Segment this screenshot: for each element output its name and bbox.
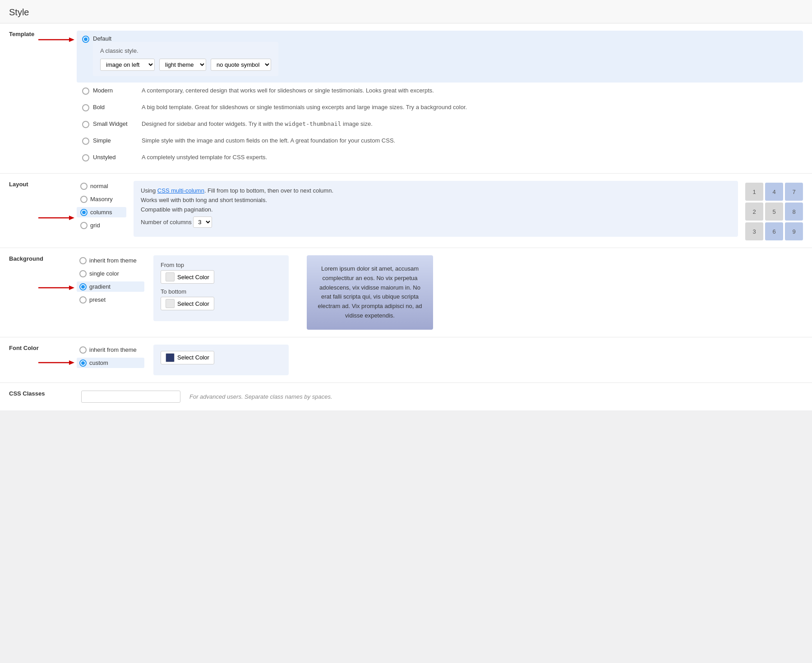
layout-columns-desc3: Compatible with pagination. (141, 206, 731, 213)
template-option-small-widget[interactable]: Small Widget Designed for sidebar and fo… (77, 116, 803, 133)
to-bottom-select-label: Select Color (177, 300, 209, 307)
layout-content: normal Masonry columns grid Using CSS mu… (77, 181, 803, 240)
bg-preview-box: Lorem ipsum dolor sit amet, accusam comp… (307, 255, 433, 330)
grid-cell-9: 9 (785, 222, 803, 240)
quote-select[interactable]: no quote symbol quote marks large quote (211, 59, 271, 71)
font-color-content: inherit from theme custom Select Color (77, 345, 803, 375)
template-small-widget-desc: Designed for sidebar and footer widgets.… (142, 120, 798, 127)
template-bold-label: Bold (93, 104, 138, 110)
template-default-panel: A classic style. image on left image on … (93, 42, 278, 76)
font-color-section: Font Color inherit from theme custom (0, 337, 812, 383)
image-position-select[interactable]: image on left image on right no image (100, 59, 155, 71)
css-classes-hint: For advanced users. Separate class names… (189, 393, 332, 400)
bg-preview-area: Lorem ipsum dolor sit amet, accusam comp… (307, 255, 803, 330)
grid-cell-2: 2 (745, 203, 763, 221)
bg-options-list: inherit from theme single color gradient… (77, 255, 144, 305)
layout-option-grid[interactable]: grid (77, 220, 126, 230)
font-color-row: Select Color (161, 351, 281, 364)
layout-section-header: Layout (9, 181, 72, 194)
template-simple-label: Simple (93, 137, 138, 144)
grid-cell-7: 7 (785, 183, 803, 201)
layout-columns-desc1: Using CSS multi-column. Fill from top to… (141, 187, 731, 194)
to-bottom-color-row: Select Color (161, 297, 281, 310)
font-option-inherit[interactable]: inherit from theme (77, 345, 144, 355)
font-color-button[interactable]: Select Color (161, 351, 214, 364)
layout-columns-desc2: Works well with both long and short test… (141, 197, 731, 203)
columns-count-select[interactable]: 1 2 3 4 5 6 (193, 216, 212, 228)
radio-simple[interactable] (82, 138, 89, 145)
bg-single-label: single color (89, 270, 119, 277)
svg-marker-7 (69, 360, 74, 365)
template-option-simple[interactable]: Simple Simple style with the image and c… (77, 133, 803, 149)
layout-normal-label: normal (90, 183, 108, 189)
to-bottom-color-button[interactable]: Select Color (161, 297, 214, 310)
radio-default[interactable] (82, 36, 89, 43)
radio-bg-single[interactable] (79, 270, 87, 277)
grid-cell-6: 6 (765, 222, 783, 240)
to-bottom-swatch (166, 299, 175, 308)
page-title: Style (0, 0, 812, 23)
bg-gradient-controls: From top Select Color To bottom Select C… (153, 255, 289, 321)
template-option-bold[interactable]: Bold A big bold template. Great for slid… (77, 99, 803, 116)
radio-normal[interactable] (80, 183, 88, 190)
grid-cell-8: 8 (785, 203, 803, 221)
template-option-unstyled[interactable]: Unstyled A completely unstyled template … (77, 149, 803, 166)
template-controls: image on left image on right no image li… (100, 59, 271, 71)
from-top-swatch (166, 272, 175, 281)
font-custom-label: custom (89, 359, 108, 366)
layout-section-label: Layout (9, 181, 72, 188)
font-color-section-label: Font Color (9, 345, 72, 351)
from-top-select-label: Select Color (177, 274, 209, 281)
template-modern-label: Modern (93, 87, 138, 94)
radio-bold[interactable] (82, 104, 89, 111)
template-unstyled-label: Unstyled (93, 154, 138, 161)
template-default-label: Default (93, 35, 138, 42)
layout-option-normal[interactable]: normal (77, 181, 126, 191)
bg-gradient-label: gradient (89, 283, 111, 290)
template-bold-desc: A big bold template. Great for slideshow… (142, 104, 798, 110)
radio-bg-gradient[interactable] (79, 283, 87, 290)
radio-masonry[interactable] (80, 196, 88, 203)
theme-select[interactable]: light theme dark theme (159, 59, 206, 71)
font-select-color-label: Select Color (177, 354, 209, 361)
template-option-default[interactable]: Default A classic style. image on left i… (77, 31, 803, 83)
layout-options-list: normal Masonry columns grid (77, 181, 126, 230)
svg-marker-3 (69, 216, 74, 220)
bg-option-single[interactable]: single color (77, 268, 144, 279)
layout-option-masonry[interactable]: Masonry (77, 194, 126, 204)
background-section-label: Background (9, 255, 72, 262)
background-content: inherit from theme single color gradient… (77, 255, 803, 330)
bg-option-inherit[interactable]: inherit from theme (77, 255, 144, 266)
background-section: Background inherit from theme single col… (0, 248, 812, 337)
radio-small-widget[interactable] (82, 121, 89, 128)
font-option-custom[interactable]: custom (77, 358, 144, 368)
bg-option-gradient[interactable]: gradient (77, 281, 144, 292)
bg-preset-label: preset (89, 296, 106, 303)
radio-grid[interactable] (80, 222, 88, 229)
layout-columns-label: columns (90, 209, 112, 216)
radio-bg-inherit[interactable] (79, 257, 87, 264)
radio-modern[interactable] (82, 87, 89, 95)
css-classes-label: CSS Classes (9, 390, 72, 397)
template-unstyled-desc: A completely unstyled template for CSS e… (142, 154, 798, 161)
radio-font-custom[interactable] (79, 359, 87, 367)
template-options-list: Default A classic style. image on left i… (77, 31, 803, 166)
template-option-modern[interactable]: Modern A contemporary, centered design t… (77, 83, 803, 99)
arrow-to-custom (38, 358, 74, 367)
from-top-color-button[interactable]: Select Color (161, 270, 214, 284)
bg-preview-text: Lorem ipsum dolor sit amet, accusam comp… (318, 265, 422, 319)
columns-grid-visual: 1 4 7 2 5 8 3 6 9 (745, 183, 803, 240)
layout-option-columns[interactable]: columns (77, 207, 126, 217)
layout-columns-panel: Using CSS multi-column. Fill from top to… (134, 181, 738, 237)
radio-columns[interactable] (80, 209, 88, 216)
css-classes-input[interactable] (81, 391, 180, 403)
layout-grid-label: grid (90, 222, 100, 229)
radio-font-inherit[interactable] (79, 346, 87, 354)
radio-unstyled[interactable] (82, 154, 89, 161)
arrow-to-gradient (38, 283, 74, 292)
css-multicolumn-link[interactable]: CSS multi-column (157, 187, 204, 194)
to-bottom-label: To bottom (161, 288, 281, 295)
bg-option-preset[interactable]: preset (77, 295, 144, 305)
radio-bg-preset[interactable] (79, 296, 87, 304)
layout-section: Layout normal Masonry (0, 174, 812, 248)
